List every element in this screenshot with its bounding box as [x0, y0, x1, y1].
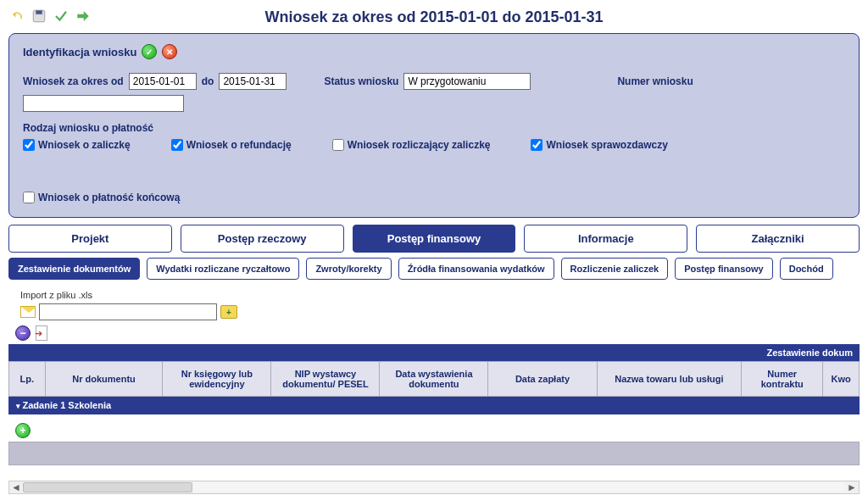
tab-informacje[interactable]: Informacje: [524, 225, 687, 253]
col-kontrakt: Numer kontraktu: [742, 362, 823, 397]
col-datawyst: Data wystawienia dokumentu: [380, 362, 488, 397]
row-actions: [15, 325, 860, 341]
summary-strip: [8, 442, 860, 465]
import-file-input[interactable]: [39, 303, 217, 320]
check-zaliczka[interactable]: Wniosek o zaliczkę: [23, 139, 131, 151]
mail-icon[interactable]: [20, 306, 36, 318]
scroll-right-icon[interactable]: ►: [845, 481, 859, 493]
scroll-track[interactable]: [23, 482, 845, 492]
col-nrdok: Nr dokumentu: [45, 362, 163, 397]
check-sprawozdawczy-box[interactable]: [531, 139, 542, 151]
group-label: Zadanie 1 Szkolenia: [23, 400, 112, 410]
subtab-zrodla[interactable]: Źródła finansowania wydatków: [398, 258, 554, 280]
date-to-label: do: [202, 75, 214, 87]
export-row-icon[interactable]: [36, 325, 47, 341]
subtab-zestawienie[interactable]: Zestawienie dokumentów: [8, 258, 140, 280]
table-header: Lp. Nr dokumentu Nr księgowy lub ewidenc…: [9, 362, 860, 397]
tab-zalaczniki[interactable]: Załączniki: [696, 225, 860, 253]
import-label: Import z pliku .xls: [20, 290, 860, 300]
forward-icon[interactable]: [75, 8, 92, 25]
remove-row-icon[interactable]: [15, 325, 31, 341]
add-row-icon[interactable]: [15, 423, 31, 438]
payment-type-checks: Wniosek o zaliczkę Wniosek o refundację …: [23, 139, 845, 203]
check-koncowa[interactable]: Wniosek o płatność końcową: [23, 192, 180, 203]
status-label: Status wniosku: [324, 75, 398, 87]
number-label: Numer wniosku: [617, 75, 693, 87]
sub-tabs: Zestawienie dokumentów Wydatki rozliczan…: [8, 258, 860, 280]
number-input[interactable]: [23, 95, 184, 112]
svg-rect-2: [36, 10, 42, 14]
horizontal-scrollbar[interactable]: ◄ ►: [8, 481, 860, 494]
undo-icon[interactable]: [8, 8, 25, 25]
confirm-icon[interactable]: [142, 44, 157, 59]
subtab-postep[interactable]: Postęp finansowy: [675, 258, 773, 280]
check-refundacja[interactable]: Wniosek o refundację: [171, 139, 292, 151]
check-koncowa-box[interactable]: [23, 192, 35, 203]
table-banner: Zestawienie dokum: [8, 344, 860, 361]
tab-projekt[interactable]: Projekt: [8, 225, 172, 253]
col-nip: NIP wystawcy dokumentu/ PESEL: [271, 362, 380, 397]
date-from-input[interactable]: [129, 73, 197, 90]
subtab-wydatki[interactable]: Wydatki rozliczane ryczałtowo: [147, 258, 299, 280]
cancel-icon[interactable]: [162, 44, 177, 59]
tab-postep-rzeczowy[interactable]: Postęp rzeczowy: [181, 225, 344, 253]
import-section: Import z pliku .xls: [20, 290, 860, 320]
col-datazapl: Data zapłaty: [488, 362, 597, 397]
panel-title: Identyfikacja wniosku: [23, 46, 136, 58]
check-sprawozdawczy[interactable]: Wniosek sprawozdawczy: [531, 139, 667, 151]
page-title: Wniosek za okres od 2015-01-01 do 2015-0…: [8, 8, 860, 26]
subtab-dochod[interactable]: Dochód: [780, 258, 833, 280]
col-nrksiegowy: Nr księgowy lub ewidencyjny: [163, 362, 271, 397]
check-refundacja-box[interactable]: [171, 139, 183, 151]
identification-panel: Identyfikacja wniosku Wniosek za okres o…: [8, 33, 860, 218]
payment-type-label: Rodzaj wniosku o płatność: [23, 122, 845, 134]
tab-postep-finansowy[interactable]: Postęp finansowy: [353, 225, 516, 253]
status-input[interactable]: [403, 73, 531, 90]
col-nazwa: Nazwa towaru lub usługi: [597, 362, 742, 397]
col-lp: Lp.: [9, 362, 46, 397]
subtab-zwroty[interactable]: Zwroty/korekty: [306, 258, 391, 280]
document-table: Zestawienie dokum Lp. Nr dokumentu Nr ks…: [8, 344, 860, 414]
scroll-thumb[interactable]: [23, 482, 192, 492]
panel-header: Identyfikacja wniosku: [23, 44, 845, 59]
validate-icon[interactable]: [53, 8, 70, 25]
date-to-input[interactable]: [219, 73, 287, 90]
check-rozliczajacy-box[interactable]: [332, 139, 344, 151]
col-kwota: Kwo: [823, 362, 860, 397]
scroll-left-icon[interactable]: ◄: [9, 481, 23, 493]
check-rozliczajacy[interactable]: Wniosek rozliczający zaliczkę: [332, 139, 491, 151]
folder-add-icon[interactable]: [220, 305, 237, 319]
period-row: Wniosek za okres od do Status wniosku Nu…: [23, 73, 845, 112]
main-tabs: Projekt Postęp rzeczowy Postęp finansowy…: [8, 225, 860, 253]
subtab-rozliczenie[interactable]: Rozliczenie zaliczek: [561, 258, 669, 280]
check-zaliczka-box[interactable]: [23, 139, 35, 151]
save-icon[interactable]: [31, 8, 47, 25]
table-group-row[interactable]: Zadanie 1 Szkolenia: [9, 397, 860, 414]
date-from-label: Wniosek za okres od: [23, 75, 124, 87]
